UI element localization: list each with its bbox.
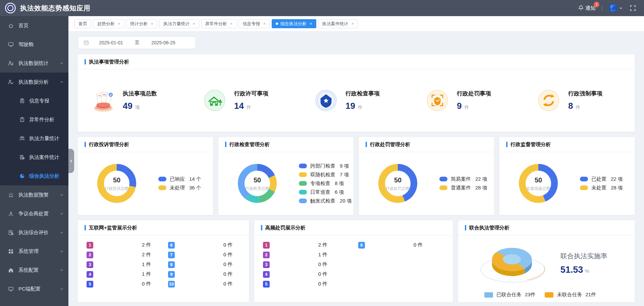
ranking-row: 50 件 [87, 279, 159, 289]
card-header: 互联网+监管展示分析 [78, 220, 249, 235]
legend-label: 跨部门检查 [310, 163, 335, 169]
tab-label: 首页 [78, 21, 87, 27]
stat-value: 9件 [457, 101, 491, 111]
legend-item[interactable]: 已联合任务23件 [484, 292, 536, 298]
card-header: 行政检查管理分析 [218, 137, 354, 152]
user-menu[interactable] [609, 4, 623, 12]
date-range-picker[interactable]: 2025-01-01 至 2025-06-25 [78, 36, 196, 49]
pie-3d-chart [475, 237, 552, 292]
notifications-button[interactable]: 通知 2 [578, 5, 595, 11]
tab-close-icon[interactable]: × [352, 21, 354, 26]
legend-item[interactable]: 未联合任务21件 [545, 292, 596, 298]
legend-swatch [439, 177, 447, 181]
sidebar-item-label: 争议会商处置 [18, 211, 49, 217]
start-date-input[interactable]: 2025-01-01 [92, 40, 130, 45]
legend-item[interactable]: 普通案件28 项 [439, 185, 487, 191]
legend-item[interactable]: 未处理36 个 [158, 185, 201, 191]
sidebar-subitem-1[interactable]: 异常件分析 [0, 110, 68, 129]
card-title: 行政投诉管理分析 [89, 141, 129, 148]
brand: 执法效能态势感知应用 [5, 2, 91, 14]
sidebar-subitem-3[interactable]: 执法案件统计 [0, 148, 68, 167]
rank-value: 0 件 [142, 281, 151, 287]
legend-item[interactable]: 双随机检查7 项 [299, 172, 352, 178]
ranking-row: 50 件 [263, 279, 349, 289]
rank-badge: 9 [168, 271, 175, 278]
rank-badge: 5 [263, 281, 270, 288]
inspection-icon [313, 88, 339, 113]
tab-close-icon[interactable]: × [118, 21, 120, 26]
sidebar-item-1[interactable]: 驾驶舱 [0, 35, 68, 54]
pc-icon [8, 286, 14, 292]
sidebar-item-7[interactable]: 系统管理 [0, 242, 68, 261]
tab-3[interactable]: 执法力量统计× [159, 19, 199, 28]
stat-unit: 件 [576, 104, 580, 110]
rank-badge: 3 [263, 261, 270, 268]
donut-chart: 50行政检查总数 [234, 160, 281, 207]
donut-card-body: 50行政投诉总数已响应14 个未处理36 个 [78, 152, 213, 215]
data-analysis-icon [8, 79, 14, 85]
sidebar-item-label: PC端配置 [18, 286, 41, 292]
sidebar-item-9[interactable]: PC端配置 [0, 279, 68, 298]
card-title: 执法事项管理分析 [89, 59, 129, 65]
legend-swatch [580, 185, 588, 190]
tab-5[interactable]: 信息专报× [238, 19, 270, 28]
sidebar-collapse-handle[interactable] [68, 149, 74, 173]
card-title: 行政处罚管理分析 [370, 141, 410, 148]
sidebar-item-label: 执法数据预警 [18, 192, 49, 198]
title-accent-bar [506, 142, 507, 147]
sidebar-item-2[interactable]: 执法数据统计 [0, 54, 68, 73]
tab-7[interactable]: 执法案件统计× [318, 19, 358, 28]
rank-value: 1 件 [318, 252, 328, 258]
rank-badge: 1 [87, 242, 93, 249]
legend-item[interactable]: 已处置22 项 [580, 176, 623, 182]
rank-badge: 4 [263, 271, 270, 278]
sidebar-item-3[interactable]: 执法数据分析 [0, 73, 68, 91]
end-date-input[interactable]: 2025-06-25 [145, 40, 182, 45]
card-title: 联合执法管理分析 [469, 225, 509, 231]
stat-value: 49项 [123, 101, 157, 111]
ranking-column: 60 件 [358, 240, 444, 289]
tab-6[interactable]: 综合执法分析× [272, 19, 316, 28]
sidebar-item-4[interactable]: 执法数据预警 [0, 185, 68, 204]
tab-4[interactable]: 异常件分析× [201, 19, 237, 28]
tab-label: 信息专报 [243, 21, 260, 27]
calendar-icon [84, 40, 89, 45]
content-area: 2025-01-01 至 2025-06-25 执法事项管理分析 执法事项总数4… [68, 32, 644, 306]
sidebar-item-6[interactable]: 执法综合评价 [0, 223, 68, 242]
tab-close-icon[interactable]: × [263, 21, 266, 26]
title-accent-bar [225, 142, 226, 147]
chart-legend: 已联合任务23件未联合任务21件 [484, 292, 596, 298]
stat-unit: 项 [135, 104, 140, 110]
legend-item[interactable]: 跨部门检查9 项 [299, 163, 352, 169]
legend-value: 22 项 [475, 176, 487, 182]
sidebar-item-8[interactable]: 系统配置 [0, 261, 68, 279]
sidebar-subitem-2[interactable]: 执法力量统计 [0, 129, 68, 148]
sidebar-item-5[interactable]: 争议会商处置 [0, 204, 68, 223]
sidebar-item-label: 系统配置 [18, 267, 39, 273]
metric-value: 51.53% [560, 265, 607, 275]
legend-item[interactable]: 日常巡查6 项 [299, 189, 352, 195]
rank-value: 0 件 [223, 242, 233, 248]
legend-item[interactable]: 未处置28 项 [580, 185, 623, 191]
tab-close-icon[interactable]: × [193, 21, 195, 26]
header-actions: 通知 2 | [578, 4, 636, 12]
legend-item[interactable]: 已响应14 个 [158, 176, 201, 182]
legend-item[interactable]: 专项检查8 项 [299, 180, 352, 187]
title-accent-bar [366, 142, 367, 147]
donut-card-body: 50监督线索总数已处置22 项未处置28 项 [499, 152, 635, 215]
legend-item[interactable]: 简易案件22 项 [439, 176, 487, 182]
tab-2[interactable]: 统计分析× [126, 19, 158, 28]
legend-item[interactable]: 触发式检查20 项 [299, 198, 352, 204]
card-title: 行政检查管理分析 [229, 141, 270, 148]
sidebar-item-0[interactable]: 首页 [0, 16, 68, 35]
sidebar-subitem-0[interactable]: 信息专报 [0, 91, 68, 110]
tab-0[interactable]: 首页 [74, 19, 91, 28]
svg-text:行政处罚总数: 行政处罚总数 [386, 186, 410, 191]
sidebar-subitem-4[interactable]: 综合执法分析 [0, 167, 68, 185]
tab-close-icon[interactable]: × [310, 21, 312, 26]
fullscreen-button[interactable] [630, 5, 636, 11]
tab-close-icon[interactable]: × [230, 21, 233, 26]
legend-swatch [299, 199, 307, 203]
tab-close-icon[interactable]: × [151, 21, 154, 26]
tab-1[interactable]: 趋势分析× [93, 19, 124, 28]
